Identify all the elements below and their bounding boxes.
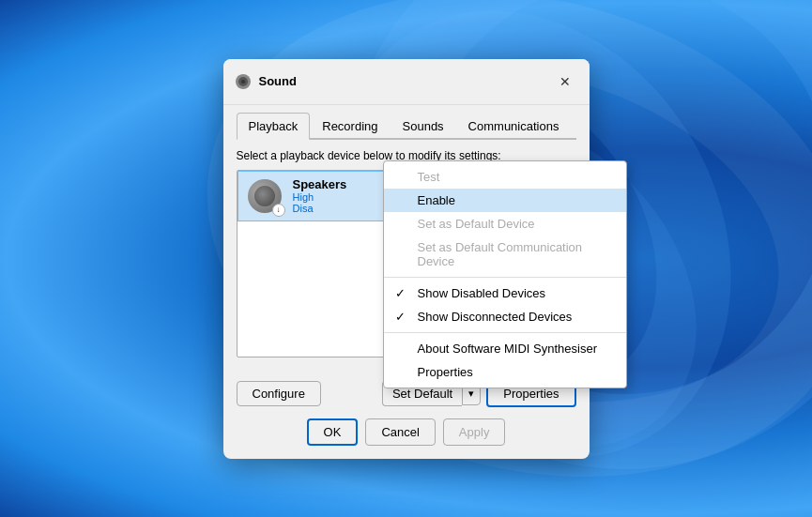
- disabled-badge: ↓: [272, 204, 285, 217]
- tab-communications[interactable]: Communications: [456, 113, 572, 140]
- configure-button[interactable]: Configure: [237, 381, 321, 406]
- tabs-container: Playback Recording Sounds Communications: [237, 113, 576, 140]
- menu-item-set-default[interactable]: Set as Default Device: [384, 212, 626, 236]
- menu-item-test[interactable]: Test: [384, 165, 626, 189]
- dialog-title: Sound: [259, 74, 544, 88]
- cancel-button[interactable]: Cancel: [365, 418, 435, 446]
- tab-recording[interactable]: Recording: [310, 113, 390, 140]
- menu-item-set-default-comm[interactable]: Set as Default Communication Device: [384, 236, 626, 273]
- sound-app-icon: [235, 73, 252, 90]
- close-button[interactable]: ✕: [552, 68, 578, 95]
- menu-item-enable-label: Enable: [418, 193, 455, 207]
- menu-separator-1: [384, 277, 626, 278]
- device-icon: ↓: [246, 177, 283, 215]
- menu-item-show-disconnected[interactable]: ✓ Show Disconnected Devices: [384, 305, 626, 328]
- title-bar: Sound ✕: [223, 59, 590, 105]
- check-disabled-icon: ✓: [395, 286, 406, 300]
- menu-item-about-midi[interactable]: About Software MIDI Synthesiser: [384, 337, 626, 360]
- menu-item-test-label: Test: [418, 170, 440, 184]
- check-disconnected-icon: ✓: [395, 310, 406, 324]
- ok-button[interactable]: OK: [307, 418, 359, 446]
- menu-item-enable[interactable]: Enable: [384, 189, 626, 212]
- svg-point-2: [241, 80, 245, 84]
- tab-playback[interactable]: Playback: [237, 113, 311, 140]
- apply-button[interactable]: Apply: [443, 418, 506, 446]
- menu-separator-2: [384, 332, 626, 333]
- menu-item-set-default-comm-label: Set as Default Communication Device: [418, 240, 607, 268]
- menu-item-properties[interactable]: Properties: [384, 360, 626, 384]
- menu-item-show-disabled[interactable]: ✓ Show Disabled Devices: [384, 281, 626, 305]
- menu-item-set-default-label: Set as Default Device: [418, 217, 535, 231]
- dialog-bottom: OK Cancel Apply: [223, 418, 590, 459]
- menu-item-properties-label: Properties: [418, 365, 473, 379]
- menu-item-show-disconnected-label: Show Disconnected Devices: [418, 310, 573, 324]
- sound-dialog: Sound ✕ Playback Recording Sounds Commun…: [223, 59, 590, 459]
- context-menu: Test Enable Set as Default Device Set as…: [383, 160, 627, 388]
- menu-item-show-disabled-label: Show Disabled Devices: [418, 286, 546, 300]
- menu-item-about-midi-label: About Software MIDI Synthesiser: [418, 342, 597, 356]
- tab-sounds[interactable]: Sounds: [391, 113, 456, 140]
- dialog-overlay: Sound ✕ Playback Recording Sounds Commun…: [0, 0, 812, 517]
